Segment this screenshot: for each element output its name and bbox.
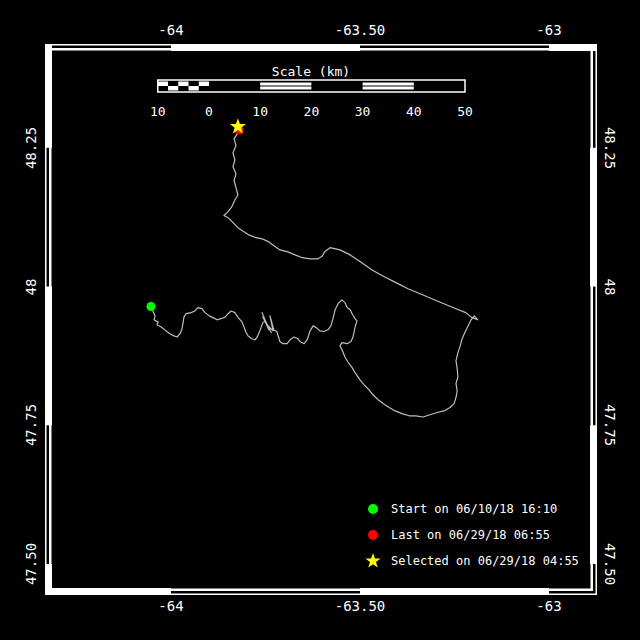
left-axis-label: 47.75 <box>23 404 39 446</box>
legend-start-dot-icon <box>368 504 378 514</box>
scale-bar: Scale (km) 1001020304050 <box>150 64 473 119</box>
left-axis-label: 47.50 <box>23 543 39 585</box>
scale-bar-tick-labels: 1001020304050 <box>150 104 473 119</box>
scale-bar-checker-cell <box>158 82 168 87</box>
bottom-axis-label: -64 <box>158 598 183 614</box>
top-axis-label: -64 <box>158 22 183 38</box>
right-axis-label: 48.25 <box>602 127 618 169</box>
axis-labels: -64 -63.50 -63 -64 -63.50 -63 48.25 48 4… <box>23 22 618 614</box>
scale-bar-checker-cell <box>189 86 199 91</box>
legend-label-start: Start on 06/10/18 16:10 <box>391 502 557 516</box>
bottom-axis-label: -63.50 <box>335 598 386 614</box>
frame-segment-bottom <box>45 588 171 595</box>
scale-tick-label: 10 <box>150 104 166 119</box>
scale-bar-ruler <box>158 80 465 92</box>
scale-bar-checker-cell <box>168 86 178 91</box>
frame-segment-left <box>45 44 52 148</box>
scale-tick-label: 40 <box>406 104 422 119</box>
frame-segment-left <box>45 287 52 426</box>
legend-label-last: Last on 06/29/18 06:55 <box>391 528 550 542</box>
frame-segment-left <box>45 564 52 595</box>
top-axis-label: -63 <box>536 22 561 38</box>
top-axis-label: -63.50 <box>335 22 386 38</box>
scale-bar-stripe <box>260 83 311 86</box>
frame-segment-bottom <box>360 588 549 595</box>
left-axis-label: 48.25 <box>23 127 39 169</box>
scale-bar-checker-cell <box>199 82 209 87</box>
scale-tick-label: 20 <box>304 104 320 119</box>
right-axis-label: 48 <box>602 279 618 296</box>
scale-tick-label: 50 <box>457 104 473 119</box>
scale-tick-label: 10 <box>252 104 268 119</box>
start-marker[interactable] <box>146 302 155 311</box>
frame-segment-top <box>549 44 597 51</box>
scale-tick-label: 30 <box>355 104 371 119</box>
legend-markers <box>365 504 380 568</box>
right-axis-label: 47.50 <box>602 543 618 585</box>
scale-bar-stripe <box>260 87 311 90</box>
track-map-viewer: -64 -63.50 -63 -64 -63.50 -63 48.25 48 4… <box>0 0 640 640</box>
track-path[interactable] <box>151 130 478 417</box>
scale-bar-stripe <box>363 87 414 90</box>
frame-segment-top <box>171 44 360 51</box>
bottom-axis-label: -63 <box>536 598 561 614</box>
right-axis-label: 47.75 <box>602 404 618 446</box>
legend-last-dot-icon <box>368 530 378 540</box>
scale-tick-label: 0 <box>205 104 213 119</box>
legend-selected-star-icon <box>365 553 380 568</box>
frame-segment-right <box>590 148 597 287</box>
scale-bar-checker-cell <box>178 82 188 87</box>
frame-segment-right <box>590 425 597 564</box>
map-plot: -64 -63.50 -63 -64 -63.50 -63 48.25 48 4… <box>0 0 640 640</box>
legend: Start on 06/10/18 16:10 Last on 06/29/18… <box>365 502 578 568</box>
scale-bar-title: Scale (km) <box>272 64 350 79</box>
left-axis-label: 48 <box>23 279 39 296</box>
scale-bar-stripe <box>363 83 414 86</box>
track-layer <box>146 118 477 417</box>
legend-label-selected: Selected on 06/29/18 04:55 <box>391 554 579 568</box>
